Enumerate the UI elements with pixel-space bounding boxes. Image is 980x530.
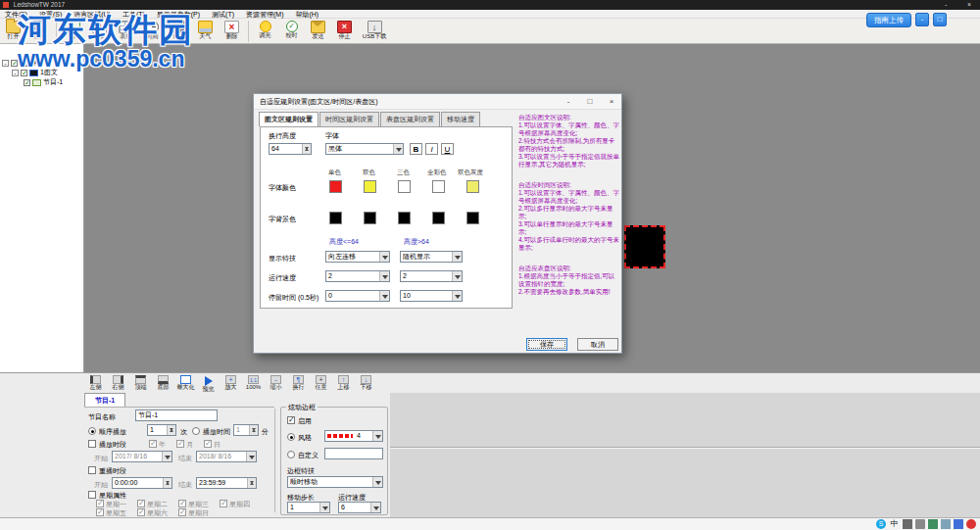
week-attr-checkbox[interactable] — [88, 491, 96, 499]
weekday-checkbox[interactable] — [96, 508, 104, 516]
chevron-down-icon[interactable] — [162, 452, 172, 461]
stepper-arrows-icon[interactable] — [302, 144, 311, 154]
chevron-down-icon[interactable] — [379, 271, 389, 281]
collapse-icon[interactable] — [12, 70, 19, 76]
guide-upload-button[interactable]: 指南上传 — [866, 13, 911, 27]
chevron-down-icon[interactable] — [319, 503, 329, 512]
underline-button[interactable]: U — [441, 143, 454, 155]
maximize-button[interactable]: 最大化 — [174, 374, 197, 393]
preview-button[interactable]: 预览 — [197, 374, 220, 393]
chevron-down-icon[interactable] — [370, 503, 380, 512]
chevron-down-icon[interactable] — [393, 144, 403, 154]
run-speed-select-2[interactable]: 2 — [400, 270, 463, 282]
toolbar-table-button[interactable]: 表格 — [113, 19, 139, 43]
tab-time-area-rules[interactable]: 时间区规则设置 — [319, 112, 379, 126]
toolbar-stop-button[interactable]: 停止 — [331, 19, 358, 43]
menu-help[interactable]: 帮助(H) — [290, 10, 323, 19]
day-checkbox[interactable] — [204, 440, 212, 448]
tree-item-screen[interactable]: 屏1 — [0, 58, 83, 68]
menu-resource[interactable]: 资源管理(M) — [241, 10, 289, 19]
month-checkbox[interactable] — [176, 440, 184, 448]
menu-file[interactable]: 文件(F) — [0, 10, 32, 19]
replay-period-checkbox[interactable] — [88, 466, 96, 474]
led-screen-preview[interactable] — [624, 225, 665, 268]
font-select[interactable]: 黑体 — [325, 143, 404, 155]
chevron-down-icon[interactable] — [452, 252, 462, 262]
toolbar-time-sync-button[interactable]: 校时 — [278, 19, 305, 43]
toolbar-clock-button[interactable]: 时间 — [139, 19, 166, 43]
menu-tools[interactable]: 工具(T) — [118, 10, 150, 19]
font-color-swatch[interactable] — [398, 180, 411, 193]
bg-color-swatch[interactable] — [432, 212, 445, 224]
menu-settings[interactable]: 设置(S) — [34, 10, 67, 19]
chevron-down-icon[interactable] — [379, 252, 389, 262]
program-name-input[interactable]: 节目-1 — [135, 410, 218, 421]
bg-color-swatch[interactable] — [398, 212, 411, 224]
menu-language[interactable]: 语言区域(U) — [69, 10, 116, 19]
toolbar-brightness-button[interactable]: 调亮 — [252, 19, 278, 43]
input-method-icon[interactable] — [889, 519, 900, 529]
toolbar-text-area-button[interactable]: 图文 — [86, 19, 113, 43]
weekday-checkbox[interactable] — [178, 508, 186, 516]
bg-color-swatch[interactable] — [329, 212, 342, 224]
dialog-minimize-button[interactable]: - — [559, 94, 578, 110]
weekday-checkbox[interactable] — [220, 500, 227, 507]
tree-item-area[interactable]: 1图文 — [0, 68, 83, 77]
align-bottom-button[interactable]: 底部 — [152, 374, 174, 393]
toolbar-border-button[interactable]: 炫框 — [166, 19, 192, 43]
dialog-close-button[interactable]: × — [602, 94, 621, 110]
effect-select-2[interactable]: 随机显示 — [400, 251, 463, 263]
move-up-button[interactable]: 上移 — [332, 374, 355, 393]
toolbar-weather-button[interactable]: 天气 — [192, 19, 219, 43]
stepper-arrows-icon[interactable] — [167, 425, 175, 435]
volume-icon[interactable] — [915, 519, 925, 529]
tab-text-area-rules[interactable]: 图文区规则设置 — [259, 112, 318, 126]
tab-move-speed[interactable]: 移动速度 — [441, 112, 480, 126]
play-period-checkbox[interactable] — [88, 440, 96, 448]
border-style-select[interactable]: 4 — [324, 430, 383, 442]
skype-icon[interactable] — [876, 519, 886, 529]
cancel-button[interactable]: 取消 — [577, 338, 618, 351]
wrap-button[interactable]: 换行 — [287, 374, 310, 393]
play-time-stepper[interactable]: 1 — [233, 424, 259, 436]
stay-time-select-2[interactable]: 10 — [400, 290, 463, 302]
menu-test[interactable]: 测试(T) — [207, 10, 239, 19]
bold-button[interactable]: B — [410, 143, 422, 155]
font-color-swatch[interactable] — [364, 180, 376, 193]
toolbar-save-button[interactable]: 保存 — [26, 19, 53, 43]
weekday-checkbox[interactable] — [96, 500, 104, 507]
line-height-stepper[interactable]: 64 — [269, 143, 312, 155]
move-down-button[interactable]: 下移 — [355, 374, 377, 393]
weekday-checkbox[interactable] — [137, 508, 145, 516]
quickbar-minimize-button[interactable]: - — [915, 13, 929, 26]
toolbar-delete-button[interactable]: 删除 — [219, 19, 245, 43]
border-custom-input[interactable] — [324, 448, 383, 459]
stay-time-select-1[interactable]: 0 — [325, 290, 390, 302]
align-right-button[interactable]: 右侧 — [107, 374, 129, 393]
align-left-button[interactable]: 左侧 — [84, 374, 107, 393]
notification-icon[interactable] — [966, 519, 976, 529]
image-icon[interactable] — [941, 519, 951, 529]
border-custom-radio[interactable] — [287, 451, 295, 458]
time-start-stepper[interactable]: 0:00:00 — [112, 477, 172, 489]
collapse-icon[interactable] — [2, 60, 9, 67]
border-style-radio[interactable] — [287, 433, 295, 441]
border-effect-select[interactable]: 顺时移动 — [287, 476, 383, 488]
tree-checkbox[interactable] — [21, 70, 27, 76]
run-speed-select-1[interactable]: 2 — [325, 270, 390, 282]
play-time-radio[interactable] — [192, 427, 200, 435]
free-move-button[interactable]: 任意 — [310, 374, 332, 393]
weekday-checkbox[interactable] — [137, 500, 145, 507]
order-play-stepper[interactable]: 1 — [147, 424, 176, 436]
display-icon[interactable] — [928, 519, 938, 529]
save-button[interactable]: 保存 — [526, 338, 567, 351]
chevron-down-icon[interactable] — [452, 271, 462, 281]
italic-button[interactable]: I — [425, 143, 438, 155]
chevron-down-icon[interactable] — [379, 291, 389, 301]
menu-screen-params[interactable]: 显示屏参数(P) — [152, 10, 205, 19]
chevron-down-icon[interactable] — [452, 291, 462, 301]
program-tab[interactable]: 节目-1 — [84, 393, 125, 407]
bg-color-swatch[interactable] — [466, 212, 479, 224]
zoom-in-button[interactable]: 放大 — [220, 374, 242, 393]
time-end-stepper[interactable]: 23:59:59 — [196, 477, 257, 489]
